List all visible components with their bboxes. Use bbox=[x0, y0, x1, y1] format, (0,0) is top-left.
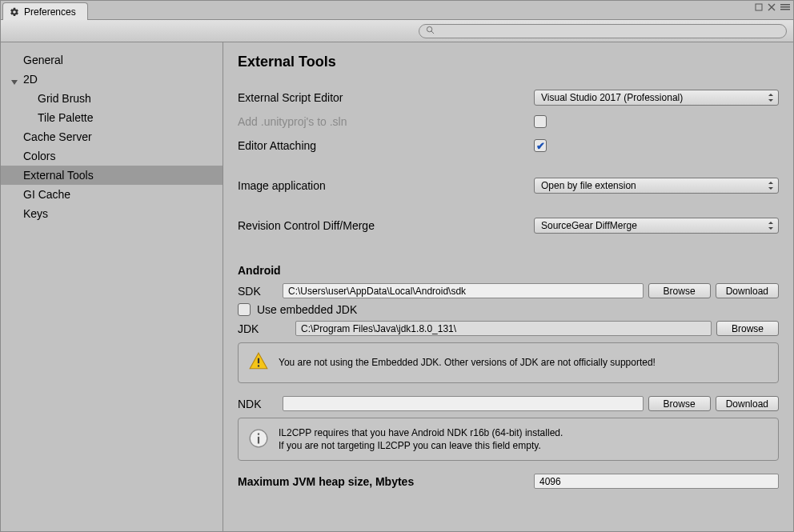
close-icon[interactable] bbox=[768, 2, 777, 12]
sidebar-item-keys[interactable]: Keys bbox=[1, 204, 223, 223]
svg-rect-0 bbox=[756, 4, 762, 10]
gear-icon bbox=[10, 7, 19, 17]
sidebar-item-2d[interactable]: 2D bbox=[1, 70, 223, 89]
sidebar-item-label: 2D bbox=[23, 73, 38, 86]
svg-rect-2 bbox=[780, 6, 790, 8]
svg-rect-10 bbox=[258, 437, 259, 444]
revision-dropdown[interactable]: SourceGear DiffMerge bbox=[534, 218, 779, 234]
script-editor-label: External Script Editor bbox=[238, 91, 534, 104]
svg-rect-3 bbox=[780, 9, 790, 10]
jdk-label: JDK bbox=[238, 322, 278, 335]
editor-attaching-label: Editor Attaching bbox=[238, 139, 534, 152]
chevron-down-icon bbox=[10, 76, 18, 89]
search-box[interactable] bbox=[419, 24, 787, 38]
svg-rect-9 bbox=[258, 433, 259, 434]
sidebar-item-colors[interactable]: Colors bbox=[1, 146, 223, 166]
sidebar-item-tile-palette[interactable]: Tile Palette bbox=[1, 108, 223, 127]
info-icon bbox=[248, 428, 269, 451]
embedded-jdk-checkbox[interactable] bbox=[238, 303, 251, 316]
jdk-warning-box: You are not using the Embedded JDK. Othe… bbox=[238, 342, 779, 383]
editor-attaching-checkbox[interactable] bbox=[534, 139, 547, 152]
svg-rect-7 bbox=[258, 365, 259, 366]
ndk-browse-button[interactable]: Browse bbox=[648, 396, 711, 411]
titlebar: Preferences bbox=[1, 1, 793, 20]
main-panel: External Tools External Script Editor Vi… bbox=[223, 42, 793, 531]
sidebar-item-general[interactable]: General bbox=[1, 50, 223, 70]
android-section-title: Android bbox=[238, 264, 779, 277]
revision-label: Revision Control Diff/Merge bbox=[238, 219, 534, 232]
menu-icon[interactable] bbox=[780, 2, 790, 12]
script-editor-dropdown[interactable]: Visual Studio 2017 (Professional) bbox=[534, 90, 779, 106]
sdk-input[interactable] bbox=[283, 283, 644, 298]
heap-input[interactable] bbox=[534, 474, 779, 489]
searchbar bbox=[1, 20, 793, 42]
search-input[interactable] bbox=[439, 26, 780, 36]
jdk-warning-text: You are not using the Embedded JDK. Othe… bbox=[279, 356, 656, 369]
detach-icon[interactable] bbox=[755, 2, 764, 12]
sdk-browse-button[interactable]: Browse bbox=[648, 283, 711, 298]
il2cpp-info-box: IL2CPP requires that you have Android ND… bbox=[238, 418, 779, 461]
ndk-download-button[interactable]: Download bbox=[716, 396, 779, 411]
jdk-browse-button[interactable]: Browse bbox=[716, 321, 779, 336]
warning-icon bbox=[248, 351, 269, 374]
il2cpp-info-text: IL2CPP requires that you have Android ND… bbox=[279, 426, 563, 452]
svg-rect-6 bbox=[258, 358, 259, 364]
sdk-label: SDK bbox=[238, 285, 278, 298]
window-controls bbox=[755, 2, 790, 12]
preferences-window: Preferences General bbox=[0, 0, 794, 532]
search-icon bbox=[426, 26, 435, 37]
svg-line-5 bbox=[431, 30, 434, 33]
ndk-input[interactable] bbox=[283, 396, 644, 411]
sidebar-item-external-tools[interactable]: External Tools bbox=[1, 166, 223, 185]
svg-rect-1 bbox=[780, 4, 790, 6]
page-title: External Tools bbox=[238, 54, 779, 70]
sidebar: General 2D Grid Brush Tile Palette Cache… bbox=[1, 42, 223, 531]
jdk-input[interactable] bbox=[295, 321, 712, 336]
sdk-download-button[interactable]: Download bbox=[716, 283, 779, 298]
sidebar-item-grid-brush[interactable]: Grid Brush bbox=[1, 89, 223, 108]
add-unityproj-checkbox bbox=[534, 115, 547, 128]
content: General 2D Grid Brush Tile Palette Cache… bbox=[1, 42, 793, 531]
image-app-label: Image application bbox=[238, 179, 534, 192]
heap-label: Maximum JVM heap size, Mbytes bbox=[238, 475, 534, 488]
sidebar-item-cache-server[interactable]: Cache Server bbox=[1, 127, 223, 146]
embedded-jdk-label: Use embedded JDK bbox=[257, 303, 357, 316]
sidebar-item-gi-cache[interactable]: GI Cache bbox=[1, 185, 223, 204]
ndk-label: NDK bbox=[238, 398, 278, 410]
preferences-tab[interactable]: Preferences bbox=[2, 2, 88, 20]
svg-point-4 bbox=[427, 26, 431, 31]
add-unityproj-label: Add .unityproj's to .sln bbox=[238, 115, 534, 128]
tab-title: Preferences bbox=[24, 6, 76, 18]
image-app-dropdown[interactable]: Open by file extension bbox=[534, 178, 779, 194]
